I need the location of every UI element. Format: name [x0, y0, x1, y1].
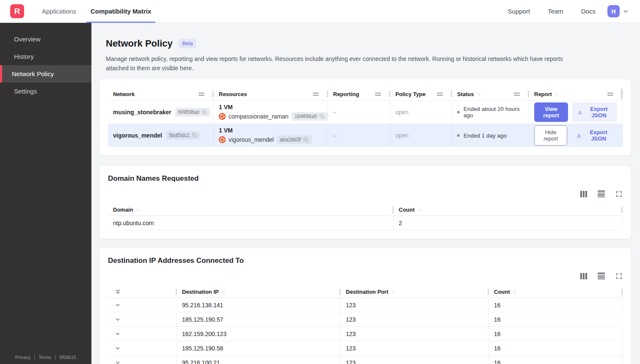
column-header-resources[interactable]: Resources	[214, 88, 328, 100]
column-resize-handle-icon[interactable]	[607, 93, 618, 96]
ip-row[interactable]: 185.125.190.57 123 16	[108, 312, 623, 327]
fullscreen-icon[interactable]	[615, 273, 623, 280]
port-cell: 123	[341, 341, 489, 355]
column-resize-handle-icon[interactable]	[375, 93, 385, 96]
sort-icon[interactable]: ↑↓	[391, 290, 394, 295]
sidebar-item-overview[interactable]: Overview	[0, 30, 91, 48]
expand-row-button[interactable]	[108, 327, 177, 341]
vm-id-badge[interactable]: 184696a5	[292, 112, 328, 121]
app-logo[interactable]: R	[10, 4, 24, 18]
avatar[interactable]: H	[607, 5, 620, 17]
column-resize-handle-icon[interactable]	[199, 93, 209, 96]
port-cell: 123	[341, 312, 489, 326]
ip-row[interactable]: 95.216.138.141 123 16	[108, 298, 623, 312]
sort-icon[interactable]: ↑↓	[477, 91, 480, 97]
fullscreen-icon[interactable]	[615, 190, 623, 198]
network-id-badge[interactable]: 60959fad	[175, 108, 210, 116]
column-header-destination-ip[interactable]: Destination IP ↑↓	[177, 286, 341, 298]
copy-icon	[202, 110, 207, 115]
column-header-reporting[interactable]: Reporting	[328, 88, 390, 100]
resources-cell: 1 VM vigorous_mendel aba2dd3f	[214, 124, 328, 147]
reporting-cell: –	[328, 124, 390, 147]
expand-row-button[interactable]	[108, 341, 177, 355]
table-scrollbar-thumb[interactable]	[621, 88, 623, 99]
column-label: Status	[457, 91, 474, 97]
network-row-vigorous-mendel[interactable]: vigorous_mendel 5bdf3dc1 1 VM vigorous_m…	[108, 124, 623, 147]
chevron-down-icon[interactable]	[622, 8, 629, 15]
column-view-icon[interactable]	[580, 273, 587, 279]
link-team[interactable]: Team	[548, 8, 563, 15]
column-header-report[interactable]: Report ↑↓	[529, 88, 623, 100]
column-label: Network	[113, 91, 135, 97]
network-row-musing-stonebraker[interactable]: musing_stonebraker 60959fad 1 VM compass…	[108, 100, 623, 124]
tab-applications[interactable]: Applications	[38, 0, 80, 23]
sidebar-footer: PrivacyTerms5f56b15	[0, 355, 91, 360]
privacy-link[interactable]: Privacy	[11, 355, 34, 360]
column-header-domain[interactable]: Domain ↑↓	[108, 204, 394, 215]
chevron-down-icon	[115, 360, 121, 364]
ip-row[interactable]: 95.216.100.21 123 16	[108, 356, 623, 364]
column-header-count[interactable]: Count ↑↓	[394, 204, 623, 215]
column-header-network[interactable]: Network	[108, 88, 214, 100]
vm-count: 1 VM	[219, 127, 233, 134]
list-view-icon[interactable]	[598, 190, 605, 197]
export-label: Export JSON	[585, 129, 612, 142]
ubuntu-icon	[219, 136, 226, 143]
networks-card: Network Resources Reporting Policy Type …	[99, 79, 632, 156]
column-label: Count	[399, 207, 415, 213]
column-label: Destination IP	[182, 289, 219, 295]
sidebar-item-settings[interactable]: Settings	[0, 83, 91, 100]
ip-row[interactable]: 185.125.190.58 123 16	[108, 341, 623, 356]
port-cell: 123	[341, 327, 489, 341]
network-name: musing_stonebraker	[113, 109, 171, 116]
column-header-status[interactable]: Status ↑↓	[452, 88, 529, 100]
export-json-button[interactable]: Export JSON	[571, 126, 617, 145]
ip-cell: 185.125.190.58	[177, 341, 341, 355]
expand-row-button[interactable]	[108, 312, 177, 326]
ip-row[interactable]: 162.159.200.123 123 16	[108, 327, 623, 341]
export-json-button[interactable]: Export JSON	[572, 102, 617, 122]
sort-icon[interactable]: ↑↓	[136, 207, 139, 212]
column-label: Domain	[113, 207, 133, 213]
port-cell: 123	[341, 298, 489, 312]
sidebar-item-network-policy[interactable]: Network Policy	[0, 65, 91, 83]
card-title: Domain Names Requested	[108, 174, 623, 183]
column-resize-handle-icon[interactable]	[437, 93, 447, 96]
network-id-badge[interactable]: 5bdf3dc1	[166, 131, 200, 140]
expand-row-button[interactable]	[108, 356, 177, 364]
column-header-destination-port[interactable]: Destination Port ↑↓	[341, 286, 489, 298]
sort-icon[interactable]: ↑↓	[513, 290, 516, 295]
status-dot-icon	[457, 111, 460, 113]
ip-cell: 95.216.138.141	[177, 298, 341, 312]
link-support[interactable]: Support	[508, 8, 530, 15]
expand-all-header[interactable]	[108, 286, 177, 298]
hide-report-button[interactable]: Hide report	[534, 125, 567, 146]
column-header-count[interactable]: Count ↑↓	[489, 286, 623, 298]
list-view-icon[interactable]	[598, 273, 605, 279]
copy-icon	[320, 114, 325, 119]
sidebar-item-history[interactable]: History	[0, 48, 91, 65]
terms-link[interactable]: Terms	[34, 355, 55, 360]
column-resize-handle-icon[interactable]	[514, 93, 524, 96]
chevron-down-icon	[115, 317, 121, 323]
column-resize-handle-icon[interactable]	[313, 93, 323, 96]
tab-compatibility-matrix[interactable]: Compatibility Matrix	[86, 0, 155, 23]
vm-id-badge[interactable]: aba2dd3f	[277, 135, 312, 144]
link-docs[interactable]: Docs	[581, 8, 596, 15]
reporting-cell: –	[328, 101, 390, 124]
network-cell: musing_stonebraker 60959fad	[108, 101, 214, 124]
column-view-icon[interactable]	[580, 191, 587, 197]
networks-table-header: Network Resources Reporting Policy Type …	[108, 88, 623, 100]
sort-icon[interactable]: ↑↓	[222, 290, 225, 295]
ubuntu-icon	[219, 113, 226, 120]
vm-count: 1 VM	[219, 104, 233, 110]
expand-row-button[interactable]	[108, 298, 177, 312]
chevron-down-icon	[115, 331, 121, 337]
sort-icon[interactable]: ↑↓	[555, 91, 558, 97]
column-header-policy-type[interactable]: Policy Type	[390, 88, 452, 100]
resources-cell: 1 VM compassionate_raman 184696a5	[214, 101, 328, 124]
sort-icon[interactable]: ↑↓	[418, 207, 421, 212]
domain-row[interactable]: ntp.ubuntu.com 2	[108, 216, 623, 230]
status-text: Ended about 20 hours ago	[463, 106, 524, 119]
view-report-button[interactable]: View report	[534, 102, 568, 122]
